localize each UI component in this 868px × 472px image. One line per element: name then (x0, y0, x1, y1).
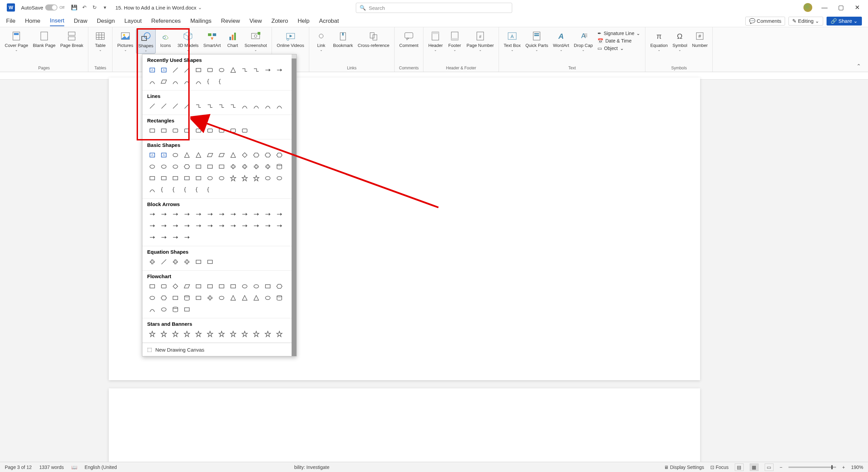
shape-option[interactable] (193, 173, 204, 183)
bookmark-button[interactable]: Bookmark (331, 29, 355, 53)
shape-option[interactable] (205, 293, 215, 303)
shape-option[interactable]: A (159, 65, 169, 75)
shape-option[interactable] (159, 329, 169, 339)
footer-button[interactable]: Footer⌄ (446, 29, 464, 53)
shape-option[interactable] (240, 173, 250, 183)
shape-option[interactable] (159, 232, 169, 242)
close-button[interactable]: ✕ (853, 3, 861, 12)
shape-option[interactable] (228, 173, 238, 183)
online-videos-button[interactable]: Online Videos (275, 29, 306, 49)
language-indicator[interactable]: English (United (85, 465, 117, 470)
shape-option[interactable] (240, 221, 250, 231)
shape-option[interactable] (182, 232, 192, 242)
shape-option[interactable] (251, 150, 261, 160)
quick-parts-button[interactable]: Quick Parts⌄ (523, 29, 550, 53)
shape-option[interactable] (170, 173, 180, 183)
shape-option[interactable] (274, 281, 284, 291)
shape-option[interactable] (205, 209, 215, 219)
page-break-button[interactable]: Page Break (58, 29, 85, 53)
shape-option[interactable] (170, 329, 180, 339)
shape-option[interactable] (205, 329, 215, 339)
shape-option[interactable] (193, 209, 204, 219)
search-input[interactable]: 🔍 Search (356, 3, 512, 13)
shape-option[interactable] (159, 257, 169, 267)
shape-option[interactable] (216, 173, 227, 183)
shape-option[interactable] (170, 209, 180, 219)
shape-option[interactable] (205, 221, 215, 231)
shape-option[interactable] (251, 281, 261, 291)
shape-option[interactable] (170, 65, 180, 75)
focus-mode-button[interactable]: ⊡ Focus (710, 465, 729, 470)
shape-option[interactable] (251, 173, 261, 183)
shape-option[interactable] (263, 221, 273, 231)
shape-option[interactable] (182, 257, 192, 267)
shape-option[interactable] (216, 221, 227, 231)
shape-option[interactable] (182, 185, 192, 195)
shape-option[interactable] (182, 293, 192, 303)
shape-option[interactable] (228, 209, 238, 219)
cross-reference-button[interactable]: Cross-reference (356, 29, 392, 53)
shape-option[interactable] (159, 221, 169, 231)
shape-option[interactable] (170, 150, 180, 160)
shape-option[interactable] (193, 162, 204, 172)
tab-insert[interactable]: Insert (50, 16, 65, 26)
shape-option[interactable] (147, 77, 157, 87)
zoom-out-button[interactable]: − (780, 465, 782, 470)
shape-option[interactable] (159, 304, 169, 315)
comment-button[interactable]: Comment (397, 29, 420, 49)
shape-option[interactable] (263, 101, 273, 111)
collapse-ribbon-button[interactable]: ⌃ (856, 63, 863, 70)
shape-option[interactable] (263, 209, 273, 219)
shape-option[interactable] (147, 125, 157, 136)
shape-option[interactable] (147, 329, 157, 339)
shape-option[interactable] (159, 125, 169, 136)
shape-option[interactable] (182, 162, 192, 172)
shape-option[interactable] (228, 293, 238, 303)
shape-option[interactable] (205, 162, 215, 172)
smartart-button[interactable]: SmartArt (201, 29, 223, 54)
shape-option[interactable] (263, 173, 273, 183)
shape-option[interactable] (193, 185, 204, 195)
zoom-level[interactable]: 190% (851, 465, 863, 470)
shape-option[interactable]: A (159, 150, 169, 160)
zoom-in-button[interactable]: + (842, 465, 845, 470)
shape-option[interactable] (159, 77, 169, 87)
shape-option[interactable] (170, 101, 180, 111)
shape-option[interactable] (216, 162, 227, 172)
shape-option[interactable] (228, 281, 238, 291)
shape-option[interactable] (193, 257, 204, 267)
shape-option[interactable] (228, 101, 238, 111)
tab-mailings[interactable]: Mailings (190, 16, 211, 26)
shape-option[interactable] (251, 221, 261, 231)
shape-option[interactable] (240, 209, 250, 219)
shape-option[interactable] (263, 329, 273, 339)
shape-option[interactable] (147, 209, 157, 219)
shape-option[interactable] (263, 162, 273, 172)
shape-option[interactable] (274, 173, 284, 183)
shape-option[interactable]: A (147, 65, 157, 75)
shape-option[interactable] (274, 150, 284, 160)
shape-option[interactable] (251, 65, 261, 75)
chart-button[interactable]: Chart (224, 29, 242, 54)
shape-option[interactable] (274, 329, 284, 339)
shape-option[interactable] (170, 162, 180, 172)
display-settings-button[interactable]: 🖥 Display Settings (664, 465, 704, 470)
3d-models-button[interactable]: 3D Models⌄ (175, 29, 201, 54)
shapes-scroll-thumb[interactable] (292, 58, 296, 356)
shape-option[interactable] (147, 304, 157, 315)
shape-option[interactable] (170, 281, 180, 291)
wordart-button[interactable]: AWordArt⌄ (551, 29, 571, 53)
shape-option[interactable] (228, 150, 238, 160)
shape-option[interactable] (205, 185, 215, 195)
header-button[interactable]: Header⌄ (426, 29, 445, 53)
web-layout-button[interactable]: ▭ (765, 463, 774, 471)
shape-option[interactable] (228, 162, 238, 172)
share-button[interactable]: 🔗 Share ⌄ (827, 17, 862, 26)
shape-option[interactable] (228, 221, 238, 231)
shape-option[interactable] (240, 329, 250, 339)
shape-option[interactable] (147, 162, 157, 172)
document-page[interactable] (109, 388, 700, 462)
shape-option[interactable] (193, 101, 204, 111)
tab-acrobat[interactable]: Acrobat (319, 16, 339, 26)
shape-option[interactable] (170, 304, 180, 315)
